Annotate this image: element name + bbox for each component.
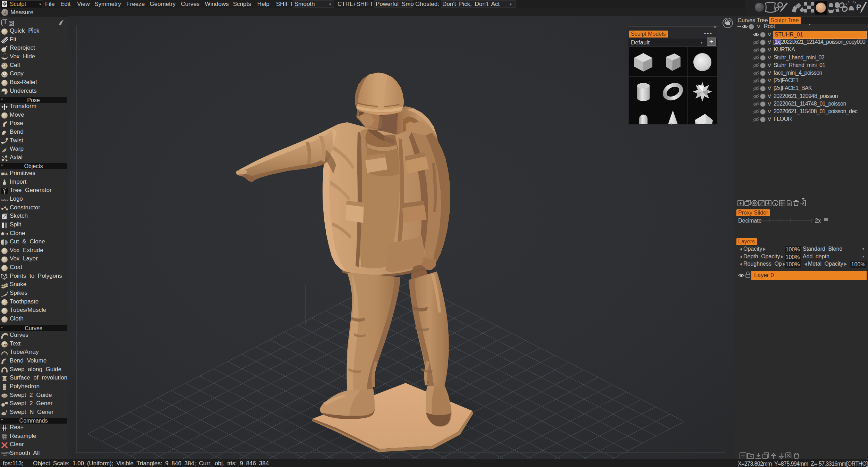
svg-text:LOGO: LOGO [1, 199, 9, 201]
svg-text:TEXT: TEXT [2, 343, 9, 346]
svg-text:ALL: ALL [3, 454, 7, 456]
svg-text:P: P [856, 3, 861, 11]
